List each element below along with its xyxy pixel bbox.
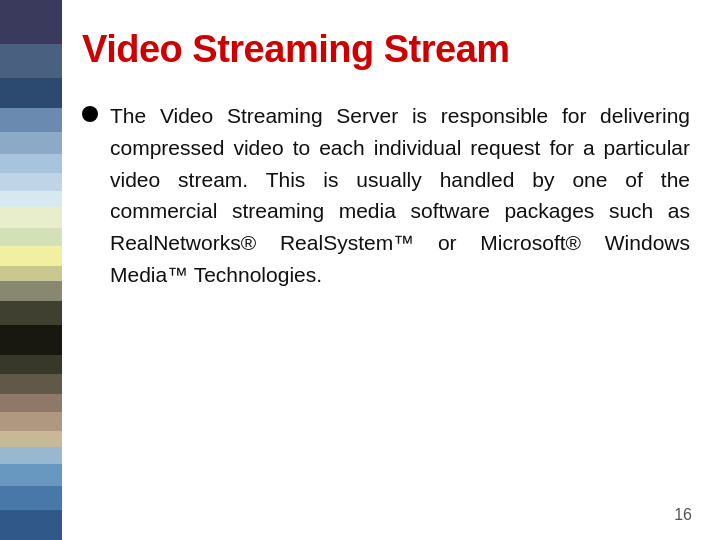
content-area: Video Streaming Stream The Video Streami… (62, 0, 720, 540)
strip-color-block (0, 266, 62, 282)
left-decorative-strip (0, 0, 62, 540)
strip-color-block (0, 325, 62, 354)
strip-color-block (0, 132, 62, 154)
strip-color-block (0, 78, 62, 107)
strip-color-block (0, 108, 62, 133)
strip-color-block (0, 0, 62, 44)
strip-color-block (0, 301, 62, 326)
strip-color-block (0, 431, 62, 447)
strip-color-block (0, 228, 62, 246)
bullet-text: The Video Streaming Server is responsibl… (110, 100, 690, 291)
strip-color-block (0, 281, 62, 301)
strip-color-block (0, 207, 62, 229)
strip-color-block (0, 173, 62, 191)
strip-color-block (0, 374, 62, 394)
bullet-section: The Video Streaming Server is responsibl… (82, 100, 690, 291)
slide-title: Video Streaming Stream (82, 28, 690, 72)
slide: Video Streaming Stream The Video Streami… (0, 0, 720, 540)
strip-color-block (0, 486, 62, 511)
strip-color-block (0, 191, 62, 207)
strip-color-block (0, 447, 62, 465)
strip-color-block (0, 355, 62, 375)
strip-color-block (0, 44, 62, 78)
strip-color-block (0, 510, 62, 539)
bullet-marker (82, 106, 98, 122)
strip-color-block (0, 154, 62, 174)
strip-color-block (0, 394, 62, 412)
strip-color-block (0, 412, 62, 432)
strip-color-block (0, 464, 62, 486)
slide-number: 16 (674, 506, 692, 524)
strip-color-block (0, 246, 62, 266)
